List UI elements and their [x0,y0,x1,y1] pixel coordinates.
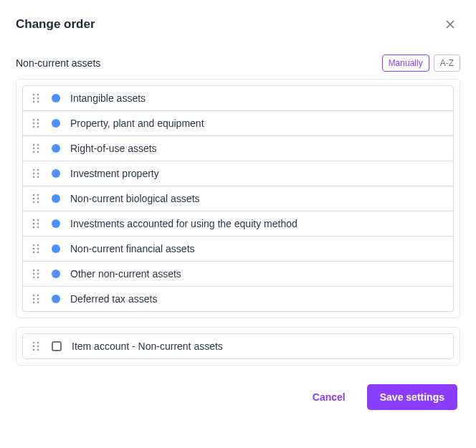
svg-point-49 [37,277,39,279]
svg-point-40 [33,248,35,250]
svg-point-45 [37,270,39,272]
list-item[interactable]: Non-current financial assets [22,237,454,262]
svg-point-18 [33,151,35,153]
svg-point-42 [33,252,35,254]
bullet-icon [52,119,60,128]
item-label: Intangible assets [70,92,146,104]
bullet-icon [52,295,60,303]
svg-point-3 [37,94,39,96]
bullet-icon [52,194,60,203]
svg-point-15 [37,144,39,146]
svg-point-9 [37,119,39,121]
svg-point-35 [37,223,39,225]
svg-point-14 [33,144,35,146]
list-item[interactable]: Intangible assets [22,85,454,111]
items-list: Intangible assets Property, plant and eq… [16,79,460,318]
drag-handle-icon[interactable] [30,93,42,103]
svg-point-48 [33,277,35,279]
list-item[interactable]: Item account - Non-current assets [22,333,454,359]
extra-item-list: Item account - Non-current assets [16,327,460,366]
svg-point-6 [33,101,35,103]
drag-handle-icon[interactable] [30,118,42,128]
list-item[interactable]: Right-of-use assets [22,136,454,161]
svg-point-2 [33,94,35,96]
bullet-icon [52,144,60,153]
item-label: Property, plant and equipment [70,118,204,129]
svg-point-52 [33,298,35,300]
item-label: Non-current biological assets [70,193,200,204]
svg-point-41 [37,248,39,250]
svg-point-26 [33,194,35,196]
svg-point-57 [37,342,39,344]
svg-point-24 [33,176,35,178]
svg-point-58 [33,345,35,348]
svg-point-38 [33,244,35,247]
item-label: Item account - Non-current assets [72,340,223,352]
svg-point-50 [33,295,35,297]
svg-point-7 [37,101,39,103]
svg-point-31 [37,201,39,204]
svg-point-4 [33,97,35,100]
subheader: Non-current assets Manually A-Z [16,54,460,72]
svg-point-27 [37,194,39,196]
bullet-icon [52,270,60,278]
drag-handle-icon[interactable] [30,219,42,229]
list-item[interactable]: Non-current biological assets [22,186,454,211]
item-label: Non-current financial assets [70,243,195,254]
svg-point-21 [37,169,39,171]
svg-point-46 [33,273,35,275]
dialog-title: Change order [16,17,95,32]
svg-point-39 [37,244,39,247]
svg-point-19 [37,151,39,153]
svg-point-12 [33,126,35,128]
svg-point-43 [37,252,39,254]
drag-handle-icon[interactable] [30,194,42,204]
svg-point-16 [33,148,35,150]
close-button[interactable] [440,14,460,34]
sort-toggle: Manually A-Z [382,54,460,72]
svg-point-37 [37,227,39,229]
svg-point-34 [33,223,35,225]
svg-point-30 [33,201,35,204]
svg-point-51 [37,295,39,297]
svg-point-54 [33,302,35,304]
drag-handle-icon[interactable] [30,269,42,279]
item-label: Right-of-use assets [70,143,157,154]
drag-handle-icon[interactable] [30,244,42,254]
svg-point-10 [33,123,35,125]
svg-point-47 [37,273,39,275]
drag-handle-icon[interactable] [30,341,42,351]
svg-point-11 [37,123,39,125]
drag-handle-icon[interactable] [30,294,42,304]
drag-handle-icon[interactable] [30,143,42,153]
svg-point-20 [33,169,35,171]
list-item[interactable]: Property, plant and equipment [22,111,454,136]
svg-point-59 [37,345,39,348]
item-label: Investments accounted for using the equi… [70,218,298,229]
sort-manual-button[interactable]: Manually [382,54,429,72]
dialog-header: Change order [16,14,460,34]
account-icon [52,341,62,351]
list-item[interactable]: Investments accounted for using the equi… [22,211,454,237]
bullet-icon [52,219,60,228]
svg-point-28 [33,198,35,200]
svg-point-29 [37,198,39,200]
svg-point-60 [33,349,35,351]
svg-point-61 [37,349,39,351]
svg-point-44 [33,270,35,272]
svg-point-8 [33,119,35,121]
bullet-icon [52,94,60,103]
save-button[interactable]: Save settings [367,384,457,410]
sort-alpha-button[interactable]: A-Z [434,54,460,72]
svg-point-53 [37,298,39,300]
list-item[interactable]: Other non-current assets [22,262,454,287]
list-item[interactable]: Investment property [22,161,454,186]
svg-point-55 [37,302,39,304]
change-order-dialog: Change order Non-current assets Manually… [0,0,476,424]
cancel-button[interactable]: Cancel [300,384,358,410]
svg-point-5 [37,97,39,100]
bullet-icon [52,169,60,178]
list-item[interactable]: Deferred tax assets [22,287,454,312]
drag-handle-icon[interactable] [30,168,42,178]
item-label: Deferred tax assets [70,293,157,305]
